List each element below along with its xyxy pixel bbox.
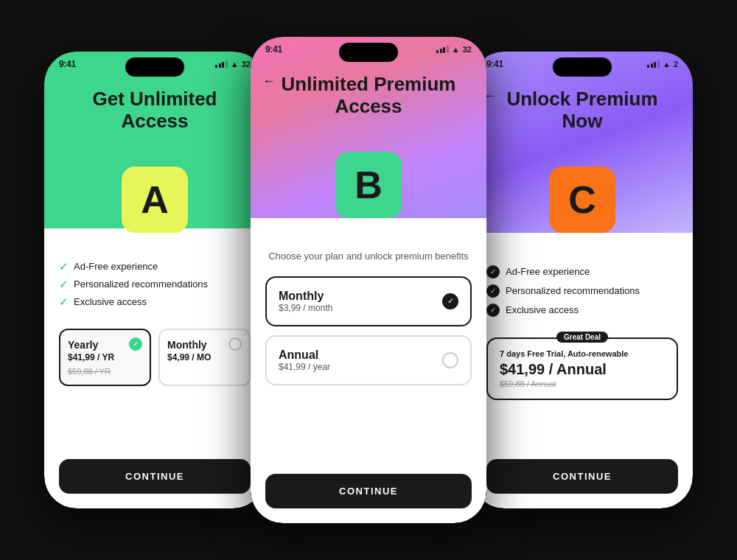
row-radio-monthly: ✓ — [442, 293, 458, 309]
plan-row-monthly-name: Monthly — [279, 290, 332, 303]
plan-card-yearly[interactable]: ✓ Yearly $41,99 / YR $59,88 / YR — [59, 329, 151, 386]
battery-c: 2 — [674, 60, 678, 69]
phone-c: 9:41 ▲ 2 ← Unlock Premium Now C ✓ — [472, 52, 693, 508]
feature-item: ✓ Ad-Free experience — [59, 261, 251, 273]
wifi-c: ▲ — [663, 60, 671, 69]
dynamic-island-c — [553, 57, 612, 77]
phone-a-header: 9:41 ▲ 32 Get Unlimited Access A — [44, 52, 265, 228]
back-button-b[interactable]: ← — [262, 74, 276, 89]
phone-b: 9:41 ▲ 32 ← Unlimited Premium Access B C… — [251, 37, 486, 523]
feature-label: Personalized recommendations — [74, 279, 208, 290]
signal-c — [647, 60, 660, 68]
phone-a: 9:41 ▲ 32 Get Unlimited Access A ✓ — [44, 52, 265, 508]
feature-label-c: Exclusive access — [506, 304, 579, 315]
phone-a-title: Get Unlimited Access — [59, 88, 251, 133]
check-icon: ✓ — [59, 296, 68, 308]
continue-button-b[interactable]: CONTINUE — [265, 474, 472, 508]
phone-a-plan-options: ✓ Yearly $41,99 / YR $59,88 / YR Monthly… — [59, 329, 251, 386]
status-icons-b: ▲ 32 — [436, 45, 472, 54]
check-icon: ✓ — [59, 279, 68, 290]
check-icon-dark: ✓ — [486, 265, 500, 279]
deal-original: $59,88 / Annual — [500, 379, 665, 388]
dynamic-island-b — [339, 43, 398, 62]
plan-row-monthly-price: $3,99 / month — [279, 303, 332, 313]
battery-a: 32 — [242, 60, 251, 69]
status-time-a: 9:41 — [59, 59, 76, 69]
battery-b: 32 — [463, 45, 472, 54]
plan-radio-monthly — [228, 337, 242, 351]
phone-c-header: 9:41 ▲ 2 ← Unlock Premium Now C — [472, 52, 693, 233]
feature-item-c: ✓ Personalized recommendations — [486, 284, 678, 298]
status-time-b: 9:41 — [265, 44, 282, 55]
check-icon-dark: ✓ — [486, 284, 500, 298]
continue-button-c[interactable]: CONTINUE — [486, 459, 678, 494]
phone-c-app-icon: C — [549, 167, 615, 233]
plan-original-yearly: $59,88 / YR — [68, 367, 142, 376]
check-icon-dark: ✓ — [486, 304, 500, 317]
phone-a-app-icon: A — [122, 167, 188, 233]
plan-price-yearly: $41,99 / YR — [68, 352, 142, 363]
plan-price-monthly: $4,99 / MO — [167, 352, 242, 363]
status-time-c: 9:41 — [486, 59, 503, 69]
wifi-a: ▲ — [231, 60, 239, 69]
phone-c-body: ✓ Ad-Free experience ✓ Personalized reco… — [472, 233, 693, 508]
dynamic-island-a — [125, 57, 184, 77]
phone-c-inner: 9:41 ▲ 2 ← Unlock Premium Now C ✓ — [472, 52, 693, 508]
feature-item: ✓ Exclusive access — [59, 296, 251, 308]
plan-radio-yearly: ✓ — [129, 337, 142, 351]
signal-b — [436, 46, 449, 53]
plan-card-monthly[interactable]: Monthly $4,99 / MO — [158, 329, 251, 386]
phone-b-title: Unlimited Premium Access — [265, 74, 472, 118]
plan-row-annual-price: $41,99 / year — [279, 362, 330, 372]
phone-a-inner: 9:41 ▲ 32 Get Unlimited Access A ✓ — [44, 52, 265, 508]
continue-button-a[interactable]: CONTINUE — [59, 459, 251, 494]
signal-a — [215, 60, 228, 68]
feature-label-c: Personalized recommendations — [506, 285, 640, 296]
phones-container: 9:41 ▲ 32 Get Unlimited Access A ✓ — [0, 0, 737, 560]
phone-b-header: 9:41 ▲ 32 ← Unlimited Premium Access B — [251, 37, 486, 218]
plan-row-monthly-info: Monthly $3,99 / month — [279, 290, 332, 313]
feature-item-c: ✓ Exclusive access — [486, 304, 678, 317]
phone-c-features: ✓ Ad-Free experience ✓ Personalized reco… — [486, 265, 678, 323]
deal-price: $41,99 / Annual — [500, 361, 665, 378]
phone-b-subtitle: Choose your plan and unlock premium bene… — [265, 251, 472, 262]
status-icons-a: ▲ 32 — [215, 60, 251, 69]
deal-badge: Great Deal — [556, 332, 608, 343]
deal-card: Great Deal 7 days Free Trial, Auto-renew… — [486, 337, 678, 400]
feature-item-c: ✓ Ad-Free experience — [486, 265, 678, 279]
plan-row-annual[interactable]: Annual $41,99 / year — [265, 335, 472, 385]
phone-a-body: ✓ Ad-Free experience ✓ Personalized reco… — [44, 228, 265, 508]
phone-b-body: Choose your plan and unlock premium bene… — [251, 218, 486, 523]
plan-row-monthly[interactable]: Monthly $3,99 / month ✓ — [265, 276, 472, 326]
check-icon: ✓ — [59, 261, 68, 273]
wifi-b: ▲ — [452, 45, 460, 54]
feature-item: ✓ Personalized recommendations — [59, 279, 251, 290]
deal-label: 7 days Free Trial, Auto-renewable — [500, 349, 665, 358]
phone-a-features: ✓ Ad-Free experience ✓ Personalized reco… — [59, 261, 251, 314]
row-radio-annual — [442, 352, 458, 368]
phone-b-app-icon: B — [335, 152, 402, 218]
feature-label: Exclusive access — [74, 296, 147, 307]
plan-row-annual-name: Annual — [279, 349, 330, 362]
feature-label-c: Ad-Free experience — [506, 266, 590, 277]
feature-label: Ad-Free experience — [74, 261, 158, 272]
phone-b-inner: 9:41 ▲ 32 ← Unlimited Premium Access B C… — [251, 37, 486, 523]
plan-row-annual-info: Annual $41,99 / year — [279, 349, 330, 372]
status-icons-c: ▲ 2 — [647, 60, 678, 69]
phone-c-title: Unlock Premium Now — [486, 88, 678, 133]
